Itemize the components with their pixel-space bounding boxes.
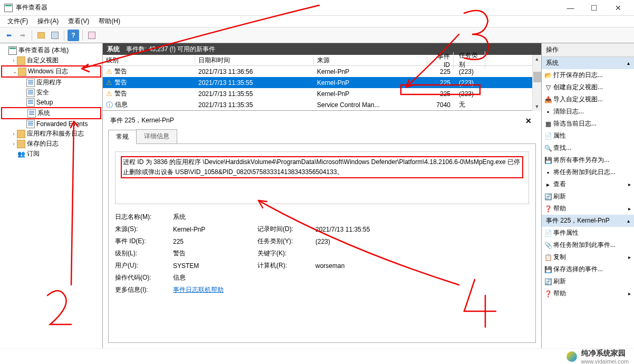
event-description-box: 进程 ID 为 3836 的应用程序 \Device\HarddiskVolum… [115, 151, 529, 204]
table-row[interactable]: 警告2021/7/13 11:36:56Kernel-PnP225(223) [103, 66, 541, 77]
toolbar-btn-2[interactable] [49, 30, 61, 41]
chevron-right-icon: ▸ [628, 181, 631, 187]
scroll-up-icon[interactable]: ▲ [533, 55, 541, 63]
center-panel: 系统 事件数: 43,237 (!) 可用的新事件 级别 日期和时间 来源 事件… [103, 43, 542, 348]
action-item[interactable]: ❓帮助▸ [542, 288, 634, 300]
tree-saved-logs[interactable]: ›保存的日志 [1, 139, 101, 149]
action-item[interactable]: ▦筛选当前日志... [542, 118, 634, 130]
detail-panel: 事件 225，Kernel-PnP ✕ 常规 详细信息 进程 ID 为 3836… [103, 111, 541, 348]
label-eventid: 事件 ID(E): [115, 237, 173, 246]
grid-scrollbar[interactable]: ▲ ▼ [532, 55, 541, 111]
label-moreinfo: 更多信息(I): [115, 285, 173, 294]
action-label: 事件属性 [553, 228, 579, 237]
maximize-button[interactable]: ☐ [582, 1, 606, 15]
tab-general[interactable]: 常规 [108, 130, 137, 144]
detail-close-button[interactable]: ✕ [523, 117, 534, 125]
actions-panel: 操作 系统▴ 📂打开保存的日志...▽创建自定义视图...📥导入自定义视图...… [542, 43, 634, 348]
cell-date: 2021/7/13 11:35:35 [195, 101, 314, 109]
action-item[interactable]: ▸查看▸ [542, 178, 634, 190]
action-item[interactable]: ❓帮助▸ [542, 203, 634, 215]
action-item[interactable]: 🔄刷新 [542, 190, 634, 203]
col-level[interactable]: 级别 [103, 56, 195, 65]
col-id[interactable]: 事件 ID [427, 52, 454, 69]
action-item[interactable]: 📄属性 [542, 130, 634, 142]
back-button[interactable]: ⬅ [3, 30, 15, 41]
cell-task: (223) [454, 79, 485, 87]
tree-subscriptions[interactable]: 👥订阅 [1, 149, 101, 159]
action-item[interactable]: 📂打开保存的日志... [542, 69, 634, 81]
cell-level: 信息 [115, 100, 128, 109]
grid-header: 级别 日期和时间 来源 事件 ID 任务类别 [103, 55, 541, 66]
detail-tabs: 常规 详细信息 [108, 129, 536, 144]
toolbar-btn-1[interactable] [35, 30, 47, 41]
tree-label: Setup [36, 99, 53, 106]
tree-root[interactable]: 事件查看器 (本地) [1, 45, 101, 55]
label-keywords: 关键字(K): [257, 249, 315, 258]
menu-view[interactable]: 查看(V) [64, 16, 93, 27]
action-icon: ▦ [544, 120, 552, 128]
action-item[interactable]: ▪将任务附加到此日志... [542, 166, 634, 178]
action-icon: 📥 [544, 95, 552, 104]
tab-details[interactable]: 详细信息 [136, 129, 177, 143]
table-row[interactable]: 警告2021/7/13 11:35:55Kernel-PnP225(223) [103, 88, 541, 99]
value-opcode: 信息 [173, 273, 257, 282]
action-icon: ▪ [544, 168, 552, 177]
action-label: 将所有事件另存为... [553, 156, 609, 165]
actions-section-event[interactable]: 事件 225，Kernel-PnP▴ [542, 215, 634, 227]
action-icon: 🔄 [544, 277, 552, 286]
action-label: 创建自定义视图... [553, 83, 603, 92]
action-item[interactable]: ▪清除日志... [542, 106, 634, 118]
label-user: 用户(U): [115, 261, 173, 270]
action-item[interactable]: 📄事件属性 [542, 227, 634, 239]
action-label: 查找... [553, 143, 571, 152]
tree-label: 应用程序和服务日志 [27, 129, 84, 138]
forward-button[interactable]: ➡ [17, 30, 28, 41]
action-label: 查看 [553, 180, 566, 189]
col-source[interactable]: 来源 [314, 56, 427, 65]
value-user: SYSTEM [173, 262, 257, 270]
action-item[interactable]: 💾将所有事件另存为... [542, 154, 634, 166]
scroll-down-icon[interactable]: ▼ [533, 102, 541, 111]
tree-application[interactable]: 应用程序 [1, 78, 101, 88]
action-icon: 🔍 [544, 144, 552, 152]
action-item[interactable]: 🔍查找... [542, 142, 634, 154]
cell-id: 225 [427, 79, 454, 87]
action-item[interactable]: 📥导入自定义视图... [542, 93, 634, 106]
help-button[interactable]: ? [68, 30, 79, 41]
tree-label: Forwarded Events [36, 120, 88, 128]
toolbar-btn-3[interactable] [86, 30, 98, 41]
table-row[interactable]: 警告2021/7/13 11:35:55Kernel-PnP225(223) [103, 77, 541, 88]
action-item[interactable]: 💾保存选择的事件... [542, 263, 634, 275]
menubar: 文件(F) 操作(A) 查看(V) 帮助(H) [0, 16, 634, 27]
action-item[interactable]: ▽创建自定义视图... [542, 81, 634, 93]
tree-setup[interactable]: Setup [1, 98, 101, 107]
action-item[interactable]: 🔄刷新 [542, 275, 634, 288]
action-icon: ▽ [544, 83, 552, 92]
col-task[interactable]: 任务类别 [454, 51, 485, 69]
menu-help[interactable]: 帮助(H) [94, 16, 124, 27]
footer: 纯净系统家园 www.yidaimei.com [0, 348, 634, 364]
col-date[interactable]: 日期和时间 [195, 56, 314, 65]
tree-forwarded[interactable]: Forwarded Events [1, 119, 101, 129]
menu-file[interactable]: 文件(F) [3, 16, 32, 27]
moreinfo-link[interactable]: 事件日志联机帮助 [173, 286, 224, 293]
actions-section-system[interactable]: 系统▴ [542, 57, 634, 69]
tree-app-services[interactable]: ›应用程序和服务日志 [1, 129, 101, 139]
scroll-thumb[interactable] [533, 72, 541, 82]
menu-action[interactable]: 操作(A) [33, 16, 63, 27]
minimize-button[interactable]: — [559, 1, 582, 15]
chevron-right-icon: ▸ [628, 291, 631, 296]
table-row[interactable]: 信息2021/7/13 11:35:35Service Control Man.… [103, 99, 541, 110]
close-button[interactable]: ✕ [606, 1, 630, 15]
action-icon: ❓ [544, 290, 552, 298]
action-item[interactable]: 📎将任务附加到此事件... [542, 239, 634, 251]
action-item[interactable]: 📋复制▸ [542, 251, 634, 263]
tree-security[interactable]: 安全 [1, 88, 101, 98]
brand-logo-icon [566, 351, 577, 362]
action-icon: 📋 [544, 253, 552, 262]
tree-windows-logs[interactable]: ⌄Windows 日志 [1, 65, 101, 78]
tree-system[interactable]: 系统 [1, 107, 101, 119]
tree-custom-views[interactable]: ›自定义视图 [1, 55, 101, 65]
event-grid: 级别 日期和时间 来源 事件 ID 任务类别 警告2021/7/13 11:36… [103, 55, 541, 111]
app-icon [4, 4, 13, 12]
